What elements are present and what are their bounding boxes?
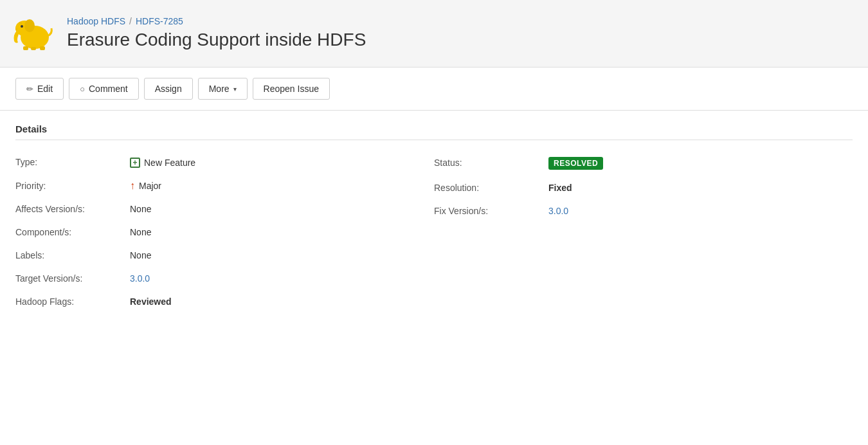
type-label: Type:	[15, 157, 125, 167]
labels-value: None	[130, 250, 151, 260]
toolbar: ✏ Edit ○ Comment Assign More ▾ Reopen Is…	[0, 68, 868, 111]
resolution-value: Fixed	[548, 183, 572, 193]
target-version-row: Target Version/s: 3.0.0	[15, 267, 434, 290]
target-version-value: 3.0.0	[130, 273, 150, 284]
assign-button[interactable]: Assign	[144, 78, 193, 100]
affects-version-row: Affects Version/s: None	[15, 197, 434, 221]
details-grid: Type: + New Feature Priority: ↑ Major Af…	[15, 150, 853, 313]
status-badge: RESOLVED	[548, 157, 603, 170]
project-logo	[10, 10, 57, 57]
header-text: Hadoop HDFS / HDFS-7285 Erasure Coding S…	[67, 16, 366, 51]
svg-rect-5	[31, 47, 36, 50]
affects-version-value: None	[130, 204, 151, 214]
details-section: Details Type: + New Feature Priority: ↑ …	[0, 111, 868, 326]
target-version-label: Target Version/s:	[15, 273, 125, 284]
svg-rect-6	[40, 46, 45, 50]
fix-version-value: 3.0.0	[548, 206, 568, 216]
svg-rect-4	[23, 46, 28, 50]
project-link[interactable]: Hadoop HDFS	[67, 16, 125, 26]
issue-id-link[interactable]: HDFS-7285	[136, 16, 183, 26]
chevron-down-icon: ▾	[233, 86, 237, 93]
priority-row: Priority: ↑ Major	[15, 174, 434, 197]
new-feature-icon: +	[130, 158, 140, 168]
component-row: Component/s: None	[15, 221, 434, 244]
more-button[interactable]: More ▾	[198, 78, 248, 100]
resolution-label: Resolution:	[434, 183, 543, 193]
status-value: RESOLVED	[548, 157, 603, 170]
svg-rect-8	[15, 28, 17, 30]
svg-point-2	[24, 19, 35, 32]
issue-title: Erasure Coding Support inside HDFS	[67, 29, 366, 51]
comment-button[interactable]: ○ Comment	[69, 78, 139, 100]
priority-label: Priority:	[15, 181, 125, 191]
type-value: + New Feature	[130, 158, 195, 168]
fix-version-row: Fix Version/s: 3.0.0	[434, 199, 853, 222]
status-row: Status: RESOLVED	[434, 150, 853, 176]
details-right: Status: RESOLVED Resolution: Fixed Fix V…	[434, 150, 853, 313]
resolution-row: Resolution: Fixed	[434, 176, 853, 199]
fix-version-link[interactable]: 3.0.0	[548, 206, 568, 216]
breadcrumb: Hadoop HDFS / HDFS-7285	[67, 16, 366, 26]
component-label: Component/s:	[15, 227, 125, 237]
priority-arrow-icon: ↑	[130, 181, 135, 191]
reopen-issue-button[interactable]: Reopen Issue	[253, 78, 330, 100]
affects-version-label: Affects Version/s:	[15, 204, 125, 214]
hadoop-flags-row: Hadoop Flags: Reviewed	[15, 290, 434, 313]
type-row: Type: + New Feature	[15, 150, 434, 174]
details-heading: Details	[15, 123, 853, 140]
edit-button[interactable]: ✏ Edit	[15, 78, 64, 100]
labels-row: Labels: None	[15, 244, 434, 267]
status-label: Status:	[434, 158, 543, 168]
page-header: Hadoop HDFS / HDFS-7285 Erasure Coding S…	[0, 0, 868, 68]
svg-point-3	[21, 25, 23, 28]
svg-rect-7	[19, 22, 22, 24]
comment-icon: ○	[80, 84, 85, 94]
details-left: Type: + New Feature Priority: ↑ Major Af…	[15, 150, 434, 313]
component-value: None	[130, 227, 151, 237]
priority-value: ↑ Major	[130, 181, 161, 191]
labels-label: Labels:	[15, 250, 125, 260]
hadoop-flags-value: Reviewed	[130, 296, 172, 307]
hadoop-flags-label: Hadoop Flags:	[15, 296, 125, 307]
fix-version-label: Fix Version/s:	[434, 206, 543, 216]
breadcrumb-separator: /	[129, 16, 132, 26]
target-version-link[interactable]: 3.0.0	[130, 273, 150, 284]
edit-icon: ✏	[26, 84, 33, 94]
